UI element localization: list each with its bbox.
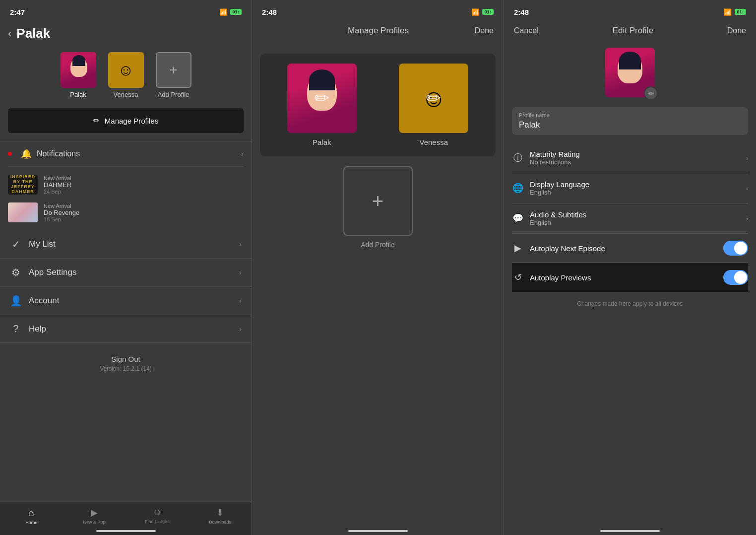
language-icon: 🌐 bbox=[512, 183, 524, 194]
add-plus-icon: + bbox=[372, 190, 383, 212]
profile-name-venessa: Venessa bbox=[114, 91, 138, 98]
profile-name-input-wrapper[interactable]: Profile name Palak bbox=[512, 107, 748, 135]
settings-item-audio[interactable]: 💬 Audio & Subtitles English › bbox=[512, 203, 748, 234]
notifications-header[interactable]: 🔔 Notifications › bbox=[8, 141, 244, 167]
wifi-icon-3: 📶 bbox=[724, 8, 732, 16]
add-profile-section: + Add Profile bbox=[252, 166, 504, 249]
screen-2-manage-profiles: 2:48 📶 01↑ Manage Profiles Done bbox=[252, 0, 504, 535]
edit-pencil-badge[interactable]: ✏ bbox=[644, 86, 658, 100]
manage-profiles-title: Manage Profiles bbox=[348, 26, 409, 36]
manage-card-venessa: ☺ ✏ Venessa bbox=[382, 64, 486, 146]
account-label: Account bbox=[29, 296, 59, 306]
profile-avatar-add[interactable]: + bbox=[156, 52, 191, 88]
manage-avatar-venessa[interactable]: ☺ ✏ bbox=[399, 64, 468, 133]
appsettings-chevron: › bbox=[239, 268, 242, 276]
home-indicator-3 bbox=[600, 530, 660, 532]
screen-3-edit-profile: 2:48 📶 01↑ Cancel Edit Profile Done ✏ bbox=[504, 0, 756, 535]
pencil-badge-icon: ✏ bbox=[648, 90, 654, 97]
edit-overlay-venessa: ✏ bbox=[399, 64, 468, 133]
time-3: 2:48 bbox=[514, 8, 529, 16]
cancel-button[interactable]: Cancel bbox=[514, 26, 539, 35]
autoplay-next-icon: ▶ bbox=[512, 243, 524, 254]
wifi-icon-2: 📶 bbox=[471, 8, 479, 16]
notif-info-dorevenge: New Arrival Do Revenge 18 Sep bbox=[44, 203, 244, 222]
smiley-icon: ☺ bbox=[118, 61, 134, 79]
nav-home[interactable]: ⌂ Home bbox=[0, 507, 63, 525]
help-icon: ? bbox=[10, 323, 22, 334]
profile-avatar-palak[interactable] bbox=[61, 52, 96, 88]
status-icons-1: 📶 01↑ bbox=[219, 8, 242, 16]
page-title: Palak bbox=[16, 26, 50, 41]
nav-laughs[interactable]: ☺ Find Laughs bbox=[126, 507, 189, 525]
notif-thumb-dahmer: DAHMERINSPIRED BY THE JEFFREY DAHMER STO… bbox=[8, 175, 38, 195]
profile-name-input[interactable]: Palak bbox=[519, 120, 741, 130]
battery-badge-2: 01↑ bbox=[482, 9, 494, 15]
settings-item-maturity[interactable]: ⓘ Maturity Rating No restrictions › bbox=[512, 143, 748, 173]
changes-note: Changes made here apply to all devices bbox=[504, 300, 756, 307]
edit-pencil-palak: ✏ bbox=[315, 88, 329, 109]
done-button-2[interactable]: Done bbox=[475, 26, 494, 35]
audio-sub: English bbox=[530, 219, 746, 226]
notif-title-dorevenge: Do Revenge bbox=[44, 209, 244, 216]
settings-item-language[interactable]: 🌐 Display Language English › bbox=[512, 173, 748, 203]
mylist-chevron: › bbox=[239, 240, 242, 248]
notifications-label: Notifications bbox=[37, 149, 80, 158]
maturity-icon: ⓘ bbox=[512, 152, 524, 164]
nav-downloads[interactable]: ⬇ Downloads bbox=[189, 507, 252, 525]
status-icons-2: 📶 01↑ bbox=[471, 8, 494, 16]
audio-icon: 💬 bbox=[512, 213, 524, 224]
profile-name-label: Profile name bbox=[519, 112, 741, 118]
dahmer-text: DAHMERINSPIRED BY THE JEFFREY DAHMER STO… bbox=[8, 175, 38, 195]
notif-date-dorevenge: 18 Sep bbox=[44, 216, 244, 222]
maturity-chevron: › bbox=[746, 154, 748, 162]
menu-item-mylist[interactable]: ✓ My List › bbox=[0, 230, 252, 259]
autoplay-previews-toggle[interactable] bbox=[723, 270, 748, 285]
edit-avatar-section: ✏ bbox=[504, 48, 756, 97]
home-icon: ⌂ bbox=[28, 507, 34, 519]
home-indicator-2 bbox=[348, 530, 408, 532]
notification-dot bbox=[8, 152, 12, 156]
toggle-item-autoplay-next: ▶ Autoplay Next Episode bbox=[512, 234, 748, 263]
maturity-label: Maturity Rating bbox=[530, 150, 746, 158]
profile-item-add[interactable]: + Add Profile bbox=[156, 52, 191, 98]
pencil-icon: ✏ bbox=[93, 116, 100, 125]
menu-item-appsettings[interactable]: ⚙ App Settings › bbox=[0, 259, 252, 287]
notifications-items: DAHMERINSPIRED BY THE JEFFREY DAHMER STO… bbox=[8, 167, 244, 230]
profile-item-palak[interactable]: Palak bbox=[61, 52, 96, 98]
status-bar-3: 2:48 📶 01↑ bbox=[504, 0, 756, 22]
menu-item-help[interactable]: ? Help › bbox=[0, 315, 252, 343]
edit-avatar-container: ✏ bbox=[605, 48, 655, 97]
profile-avatar-venessa[interactable]: ☺ bbox=[108, 52, 144, 88]
maturity-sub: No restrictions bbox=[530, 158, 746, 166]
audio-label: Audio & Subtitles bbox=[530, 210, 746, 219]
account-chevron: › bbox=[239, 297, 242, 305]
manage-name-venessa: Venessa bbox=[419, 138, 448, 146]
edit-profile-title: Edit Profile bbox=[613, 26, 653, 36]
profile-item-venessa[interactable]: ☺ Venessa bbox=[108, 52, 144, 98]
back-button[interactable]: ‹ bbox=[8, 27, 11, 40]
bell-icon: 🔔 bbox=[21, 148, 32, 159]
profiles-row: Palak ☺ Venessa + Add Profile bbox=[0, 47, 252, 106]
autoplay-previews-label: Autoplay Previews bbox=[530, 273, 591, 282]
sign-out-section: Sign Out Version: 15.2.1 (14) bbox=[0, 343, 252, 376]
downloads-icon: ⬇ bbox=[216, 507, 224, 518]
manage-avatar-palak[interactable]: ✏ bbox=[287, 64, 357, 133]
manage-profiles-grid: ✏ Palak ☺ ✏ Venessa bbox=[260, 54, 496, 156]
status-bar-2: 2:48 📶 01↑ bbox=[252, 0, 504, 22]
nav-new[interactable]: ▶ New & Pop bbox=[63, 507, 126, 525]
wifi-icon-1: 📶 bbox=[219, 8, 227, 16]
sign-out-label[interactable]: Sign Out bbox=[8, 355, 244, 363]
account-icon: 👤 bbox=[10, 295, 22, 307]
manage-name-palak: Palak bbox=[313, 138, 331, 146]
manage-profiles-label: Manage Profiles bbox=[105, 117, 158, 125]
add-profile-button[interactable]: + bbox=[343, 166, 413, 236]
menu-item-account[interactable]: 👤 Account › bbox=[0, 287, 252, 315]
home-label: Home bbox=[25, 520, 37, 525]
screen-1-profile: 2:47 📶 01↑ ‹ Palak Palak bbox=[0, 0, 252, 535]
laughs-label: Find Laughs bbox=[145, 519, 170, 524]
done-button-3[interactable]: Done bbox=[727, 26, 746, 35]
autoplay-next-toggle[interactable] bbox=[723, 241, 748, 256]
manage-profiles-button[interactable]: ✏ Manage Profiles bbox=[8, 108, 244, 133]
downloads-label: Downloads bbox=[209, 520, 231, 525]
battery-badge-1: 01↑ bbox=[230, 9, 242, 15]
